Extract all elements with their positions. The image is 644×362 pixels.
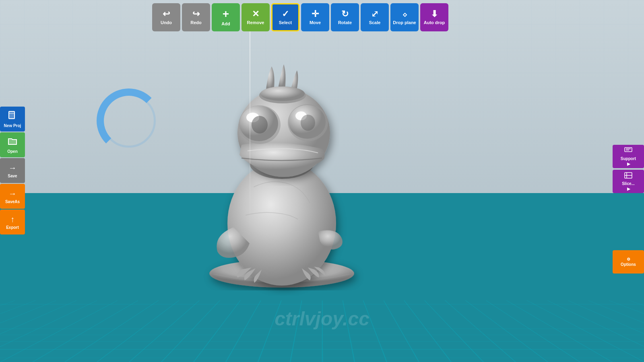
axis-line — [250, 28, 250, 229]
new-proj-label: New Proj — [4, 123, 21, 128]
support-button[interactable]: Support — [613, 145, 644, 168]
slice-label: Slice... — [622, 181, 635, 186]
frog-model — [181, 34, 382, 296]
svg-point-12 — [301, 115, 315, 131]
undo-button[interactable]: ↩ Undo — [152, 3, 180, 31]
new-proj-icon — [8, 111, 17, 122]
select-icon: ✓ — [282, 10, 289, 19]
auto-drop-button[interactable]: ⬇ Auto drop — [420, 3, 448, 31]
redo-icon: ↪ — [192, 10, 200, 19]
rotate-icon: ↻ — [341, 10, 349, 19]
model-container — [161, 24, 402, 306]
add-label: Add — [221, 21, 230, 26]
top-toolbar: ↩ Undo ↪ Redo + Add ✕ Remove ✓ Select ✛ … — [149, 0, 452, 35]
save-button[interactable]: → Save — [0, 158, 25, 183]
select-button[interactable]: ✓ Select — [271, 3, 299, 31]
select-label: Select — [279, 20, 292, 25]
options-icon: ⚙ — [627, 257, 630, 261]
open-icon — [8, 136, 17, 148]
slice-icon — [624, 172, 632, 181]
open-button[interactable]: Open — [0, 132, 25, 157]
rotate-button[interactable]: ↻ Rotate — [331, 3, 359, 31]
support-label: Support — [621, 156, 636, 161]
export-button[interactable]: ↑ Export — [0, 210, 25, 234]
remove-button[interactable]: ✕ Remove — [242, 3, 270, 31]
slice-button[interactable]: Slice... — [613, 170, 644, 193]
auto-drop-icon: ⬇ — [431, 10, 438, 19]
open-label: Open — [7, 149, 18, 154]
remove-icon: ✕ — [252, 10, 259, 19]
rotate-label: Rotate — [338, 20, 352, 25]
add-icon: + — [223, 8, 229, 20]
save-as-button[interactable]: → SaveAs — [0, 184, 25, 209]
save-label: Save — [8, 174, 17, 178]
undo-icon: ↩ — [163, 10, 170, 19]
options-label: Options — [621, 262, 636, 267]
scale-icon: ⤢ — [371, 10, 378, 19]
orbit-indicator — [97, 88, 161, 153]
scale-label: Scale — [369, 20, 381, 25]
auto-drop-label: Auto drop — [424, 20, 445, 25]
remove-label: Remove — [247, 20, 264, 25]
save-as-label: SaveAs — [5, 200, 20, 204]
move-label: Move — [310, 20, 321, 25]
move-button[interactable]: ✛ Move — [301, 3, 329, 31]
right-sidebar: Support Slice... — [613, 145, 644, 193]
drop-plane-button[interactable]: ⬦ Drop plane — [390, 3, 419, 31]
move-icon: ✛ — [312, 10, 319, 19]
new-proj-button[interactable]: New Proj — [0, 107, 25, 132]
svg-rect-18 — [625, 148, 632, 152]
save-as-icon: → — [8, 189, 17, 198]
svg-rect-15 — [9, 111, 14, 119]
export-label: Export — [6, 225, 19, 230]
drop-plane-icon: ⬦ — [402, 10, 407, 19]
svg-point-14 — [260, 86, 305, 101]
support-icon — [624, 147, 632, 156]
save-icon: → — [8, 163, 17, 173]
options-button[interactable]: ⚙ Options — [613, 250, 644, 274]
undo-label: Undo — [161, 20, 172, 25]
export-icon: ↑ — [10, 215, 14, 224]
3d-viewport[interactable]: ctrlvjoy.cc — [0, 0, 644, 362]
left-sidebar: New Proj Open → Save → SaveAs ↑ Export — [0, 107, 25, 234]
add-button[interactable]: + Add — [212, 3, 240, 31]
redo-label: Redo — [190, 20, 202, 25]
svg-point-2 — [227, 161, 336, 286]
scale-button[interactable]: ⤢ Scale — [361, 3, 389, 31]
svg-point-8 — [252, 116, 268, 134]
redo-button[interactable]: ↪ Redo — [182, 3, 210, 31]
drop-plane-label: Drop plane — [393, 20, 416, 25]
